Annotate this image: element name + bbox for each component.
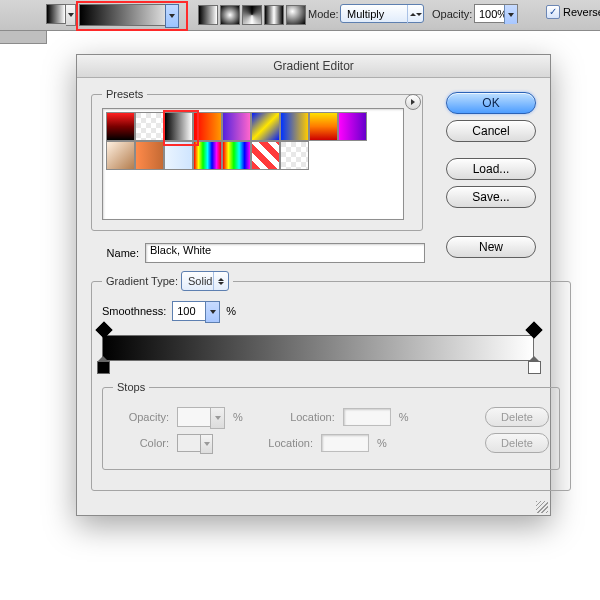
stop-color-location-input[interactable] <box>321 434 369 452</box>
tool-preset-dropdown[interactable] <box>66 4 76 26</box>
preset-swatch[interactable] <box>222 112 251 141</box>
gradient-bar[interactable] <box>102 335 534 361</box>
delete-opacity-stop-button[interactable]: Delete <box>485 407 549 427</box>
preset-swatch[interactable] <box>309 112 338 141</box>
opacity-input[interactable]: 100% <box>474 4 518 23</box>
preset-swatch[interactable] <box>251 112 280 141</box>
stop-color-label: Color: <box>113 437 169 449</box>
preset-swatch[interactable] <box>135 141 164 170</box>
tool-preset-thumb[interactable] <box>46 4 66 24</box>
gradient-type-value: Solid <box>188 275 212 287</box>
color-stop-right[interactable] <box>528 361 539 373</box>
smoothness-input[interactable]: 100 <box>172 301 220 321</box>
percent-label: % <box>226 305 236 317</box>
gradient-picker[interactable] <box>79 4 179 26</box>
gradient-type-dropdown[interactable]: Solid <box>181 271 229 291</box>
name-input[interactable]: Black, White <box>145 243 425 263</box>
reverse-checkbox[interactable]: ✓ Reverse <box>546 5 600 19</box>
smoothness-label: Smoothness: <box>102 305 166 317</box>
color-stop-left[interactable] <box>97 361 108 373</box>
stop-location-label: Location: <box>277 411 335 423</box>
gradient-type-linear[interactable] <box>198 5 218 25</box>
opacity-stop-right[interactable] <box>528 324 538 334</box>
delete-color-stop-button[interactable]: Delete <box>485 433 549 453</box>
opacity-label: Opacity: <box>432 8 472 20</box>
stop-opacity-label: Opacity: <box>113 411 169 423</box>
new-button[interactable]: New <box>446 236 536 258</box>
percent-label: % <box>377 437 387 449</box>
dialog-button-column: OK Cancel Load... Save... <box>446 92 536 208</box>
presets-list[interactable] <box>102 108 404 220</box>
preset-swatch[interactable] <box>106 141 135 170</box>
preset-swatch[interactable] <box>222 141 251 170</box>
cancel-button[interactable]: Cancel <box>446 120 536 142</box>
check-icon: ✓ <box>546 5 560 19</box>
reverse-label: Reverse <box>563 6 600 18</box>
stop-color-well[interactable] <box>177 434 213 452</box>
stop-opacity-input[interactable] <box>177 407 225 427</box>
preset-swatch[interactable] <box>280 112 309 141</box>
preset-swatch[interactable] <box>251 141 280 170</box>
mode-dropdown[interactable]: Multiply <box>340 4 424 23</box>
gradient-type-angle[interactable] <box>242 5 262 25</box>
save-button[interactable]: Save... <box>446 186 536 208</box>
name-label: Name: <box>91 247 139 259</box>
preset-swatch[interactable] <box>193 141 222 170</box>
opacity-stop-left[interactable] <box>98 324 108 334</box>
preset-swatch[interactable] <box>135 112 164 141</box>
preset-swatch[interactable] <box>338 112 367 141</box>
gradient-type-reflected[interactable] <box>264 5 284 25</box>
gradient-type-group <box>198 5 306 25</box>
gradient-type-radial[interactable] <box>220 5 240 25</box>
gradient-type-label: Gradient Type: <box>106 275 178 287</box>
presets-fieldset: Presets <box>91 88 423 231</box>
percent-label: % <box>233 411 243 423</box>
resize-handle-icon[interactable] <box>536 501 548 513</box>
preset-swatch[interactable] <box>280 141 309 170</box>
percent-label: % <box>399 411 409 423</box>
preset-swatch[interactable] <box>164 141 193 170</box>
gradient-type-fieldset: Gradient Type: Solid Smoothness: 100 % <box>91 271 571 491</box>
smoothness-value: 100 <box>177 305 195 317</box>
presets-flyout-button[interactable] <box>405 94 421 110</box>
preset-swatch[interactable] <box>193 112 222 141</box>
stops-fieldset: Stops Opacity: % Location: % Delete Colo… <box>102 381 560 470</box>
stop-location-label: Location: <box>255 437 313 449</box>
tool-strip <box>0 31 47 44</box>
load-button[interactable]: Load... <box>446 158 536 180</box>
presets-legend: Presets <box>102 88 147 100</box>
stop-opacity-location-input[interactable] <box>343 408 391 426</box>
stops-legend: Stops <box>113 381 149 393</box>
gradient-type-diamond[interactable] <box>286 5 306 25</box>
dialog-title: Gradient Editor <box>77 55 550 78</box>
preset-swatch[interactable] <box>106 112 135 141</box>
gradient-picker-dropdown[interactable] <box>165 4 179 28</box>
gradient-editor-dialog: Gradient Editor OK Cancel Load... Save..… <box>76 54 551 516</box>
opacity-value: 100% <box>479 8 507 20</box>
mode-value: Multiply <box>347 8 384 20</box>
ok-button[interactable]: OK <box>446 92 536 114</box>
preset-swatch[interactable] <box>164 112 193 141</box>
mode-label: Mode: <box>308 8 339 20</box>
name-value: Black, White <box>150 244 211 256</box>
options-bar: Mode: Multiply Opacity: 100% ✓ Reverse <box>0 0 600 31</box>
